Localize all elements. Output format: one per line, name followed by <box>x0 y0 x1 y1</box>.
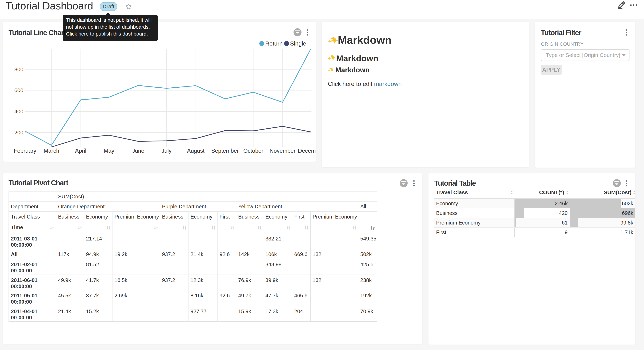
svg-text:800: 800 <box>14 66 24 72</box>
svg-text:August: August <box>187 148 205 154</box>
svg-text:April: April <box>75 148 86 154</box>
svg-text:November: November <box>270 148 296 154</box>
svg-text:October: October <box>243 148 263 154</box>
svg-text:600: 600 <box>14 87 24 93</box>
svg-text:June: June <box>132 148 144 154</box>
svg-text:December: December <box>298 148 316 154</box>
svg-text:Single: Single <box>290 40 306 47</box>
svg-text:March: March <box>44 148 59 154</box>
svg-text:Return: Return <box>265 40 283 47</box>
svg-text:400: 400 <box>14 108 24 114</box>
svg-text:May: May <box>104 148 114 154</box>
svg-text:September: September <box>211 148 239 154</box>
svg-text:February: February <box>14 148 36 154</box>
svg-text:July: July <box>162 148 172 154</box>
svg-text:200: 200 <box>14 130 24 136</box>
